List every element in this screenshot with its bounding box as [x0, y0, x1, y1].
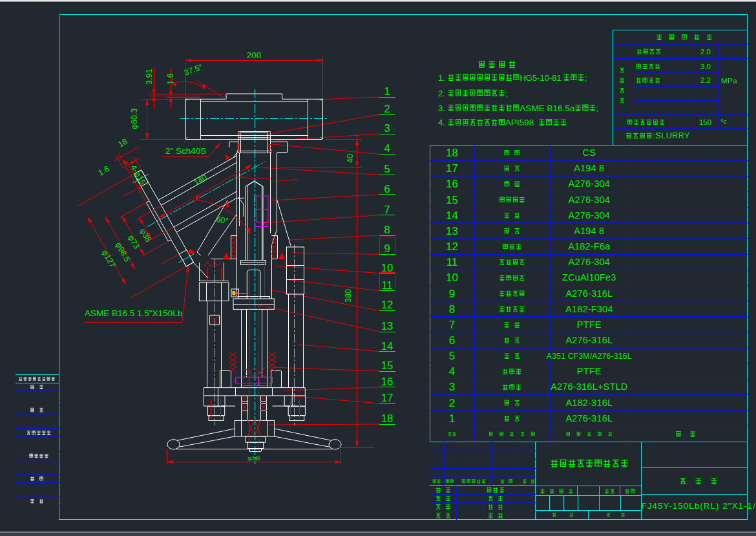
- svg-text:2: 2: [449, 397, 455, 409]
- svg-text:18: 18: [381, 413, 393, 424]
- svg-text:40: 40: [346, 154, 355, 163]
- svg-text:9: 9: [384, 242, 390, 254]
- svg-text:FJ45Y-150Lb(RL) 2"X1-1/2: FJ45Y-150Lb(RL) 2"X1-1/2: [642, 501, 756, 511]
- svg-text:7: 7: [384, 204, 390, 215]
- svg-text:A351 CF3M/A276-316L: A351 CF3M/A276-316L: [547, 352, 632, 361]
- svg-text:17: 17: [446, 162, 458, 175]
- svg-text:3: 3: [384, 122, 390, 134]
- svg-text:13: 13: [381, 320, 393, 332]
- svg-text:CS: CS: [583, 147, 596, 158]
- svg-text:1: 1: [449, 413, 455, 425]
- svg-text:4: 4: [384, 142, 390, 154]
- svg-text:4: 4: [449, 365, 455, 378]
- svg-text:12: 12: [381, 299, 393, 310]
- svg-text:1: 1: [384, 85, 390, 97]
- svg-text:A276-316L: A276-316L: [565, 335, 613, 345]
- svg-text:2.2: 2.2: [700, 76, 711, 84]
- svg-text:16: 16: [381, 376, 393, 387]
- svg-text:API598: API598: [505, 118, 534, 127]
- svg-text:PTFE: PTFE: [577, 319, 602, 330]
- svg-text:15: 15: [446, 194, 458, 206]
- svg-text:5: 5: [449, 350, 455, 362]
- svg-text:380: 380: [344, 289, 353, 303]
- svg-text:PTFE: PTFE: [577, 366, 602, 376]
- svg-text:A276-304: A276-304: [569, 257, 611, 267]
- svg-text:;: ;: [505, 89, 508, 98]
- svg-text:11: 11: [381, 279, 392, 291]
- svg-text:2" Sch40S: 2" Sch40S: [165, 146, 206, 156]
- svg-text:A194 8: A194 8: [574, 226, 604, 236]
- svg-text:3: 3: [449, 381, 455, 393]
- svg-text:HG5-10-81: HG5-10-81: [520, 73, 561, 83]
- svg-text:A276-304: A276-304: [569, 178, 611, 189]
- svg-text:A276-316L: A276-316L: [565, 413, 613, 423]
- svg-text:14: 14: [446, 209, 458, 222]
- svg-text:150: 150: [699, 118, 711, 126]
- svg-text:3.91: 3.91: [145, 69, 154, 85]
- svg-text:A182-316L: A182-316L: [565, 398, 613, 408]
- svg-text:A276-304: A276-304: [569, 210, 611, 220]
- svg-text:ASME B16.5 1.5"X150Lb: ASME B16.5 1.5"X150Lb: [85, 308, 182, 318]
- svg-text:MPa: MPa: [721, 77, 737, 85]
- svg-text:4.: 4.: [438, 118, 445, 127]
- svg-text:2.0: 2.0: [700, 48, 711, 56]
- svg-text:16: 16: [446, 178, 458, 190]
- svg-text::SLURRY: :SLURRY: [653, 131, 691, 140]
- svg-text:3.0: 3.0: [700, 63, 711, 70]
- svg-text:9: 9: [449, 288, 455, 300]
- svg-text:φ60.3: φ60.3: [130, 109, 139, 129]
- svg-text:A182-F304: A182-F304: [565, 304, 613, 314]
- svg-text:5: 5: [384, 163, 390, 175]
- svg-text:A194 8: A194 8: [574, 163, 604, 173]
- svg-text:17: 17: [381, 392, 393, 403]
- svg-text:8: 8: [384, 224, 390, 235]
- svg-text:A276-316L+STLD: A276-316L+STLD: [551, 381, 627, 392]
- svg-text:°c: °c: [720, 118, 727, 125]
- svg-text:2.: 2.: [438, 89, 445, 98]
- svg-text:10: 10: [446, 272, 458, 284]
- svg-text:7: 7: [449, 319, 455, 331]
- svg-text:ASME B16.5a: ASME B16.5a: [520, 103, 574, 113]
- svg-text:A276-304: A276-304: [569, 195, 611, 205]
- svg-text:3.: 3.: [438, 103, 445, 113]
- svg-text:ZCuAl10Fe3: ZCuAl10Fe3: [562, 272, 616, 283]
- svg-text:;: ;: [585, 73, 587, 83]
- svg-text:18: 18: [446, 147, 458, 159]
- svg-text:A276-316L: A276-316L: [565, 288, 613, 299]
- svg-text:15: 15: [381, 359, 393, 371]
- svg-text:10: 10: [381, 262, 393, 273]
- svg-text:13: 13: [446, 225, 458, 237]
- svg-text:A182-F6a: A182-F6a: [568, 241, 611, 252]
- svg-text:8: 8: [449, 303, 455, 316]
- svg-text:11: 11: [446, 256, 458, 268]
- svg-text:;: ;: [596, 103, 599, 113]
- svg-text:6: 6: [384, 183, 390, 195]
- svg-text:6: 6: [449, 334, 455, 347]
- svg-text:φ240: φ240: [247, 455, 260, 462]
- svg-text:200: 200: [247, 50, 262, 60]
- svg-text:1.: 1.: [438, 73, 445, 83]
- svg-text:12: 12: [446, 241, 458, 253]
- svg-text:14: 14: [381, 340, 393, 352]
- svg-text:2: 2: [384, 103, 390, 114]
